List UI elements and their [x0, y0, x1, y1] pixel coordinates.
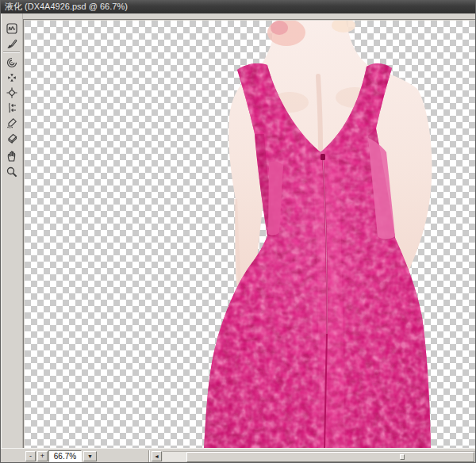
bloat-tool[interactable]: [3, 85, 21, 100]
thaw-mask-icon: [6, 132, 18, 144]
horizontal-scrollbar-track[interactable]: [163, 451, 476, 461]
zoom-tool[interactable]: [3, 164, 21, 179]
twirl-spiral-icon: [6, 56, 18, 69]
push-left-tool[interactable]: [3, 100, 21, 115]
twirl-clockwise-tool[interactable]: [3, 55, 21, 70]
toolbar-separator: [3, 52, 20, 53]
zoom-out-button[interactable]: -: [25, 451, 36, 461]
bloat-icon: [6, 86, 18, 99]
pucker-tool[interactable]: [3, 70, 21, 85]
reconstruct-brush-icon: [6, 37, 18, 50]
liquify-window: 液化 (DX4A4926.psd @ 66.7%): [0, 0, 476, 463]
scrollbar-grip: [400, 454, 405, 460]
liquify-preview-canvas[interactable]: [25, 21, 476, 449]
status-bar: - + 66.7% ▼ ◄: [1, 448, 476, 463]
zoom-level-field[interactable]: 66.7%: [48, 450, 82, 462]
freeze-mask-icon: [6, 117, 18, 129]
thaw-mask-tool[interactable]: [3, 130, 21, 145]
window-title-bar[interactable]: 液化 (DX4A4926.psd @ 66.7%): [1, 0, 476, 13]
magnifier-icon: [6, 166, 18, 178]
window-title: 液化 (DX4A4926.psd @ 66.7%): [5, 2, 128, 11]
push-left-icon: [6, 101, 18, 114]
scroll-left-button[interactable]: ◄: [152, 451, 162, 461]
horizontal-scrollbar-thumb[interactable]: [186, 452, 474, 462]
hand-tool[interactable]: [3, 148, 21, 163]
forward-warp-icon: [6, 22, 18, 35]
zoom-dropdown-button[interactable]: ▼: [83, 451, 97, 461]
statusbar-separator: [148, 450, 150, 462]
dress-photo: [25, 21, 476, 449]
zoom-in-button[interactable]: +: [37, 451, 48, 461]
liquify-tool-column: [1, 13, 23, 448]
pucker-icon: [6, 71, 18, 84]
freeze-mask-tool[interactable]: [3, 115, 21, 130]
hand-icon: [6, 150, 18, 163]
forward-warp-tool[interactable]: [3, 21, 21, 36]
canvas-frame: [23, 19, 476, 448]
reconstruct-tool[interactable]: [3, 36, 21, 51]
